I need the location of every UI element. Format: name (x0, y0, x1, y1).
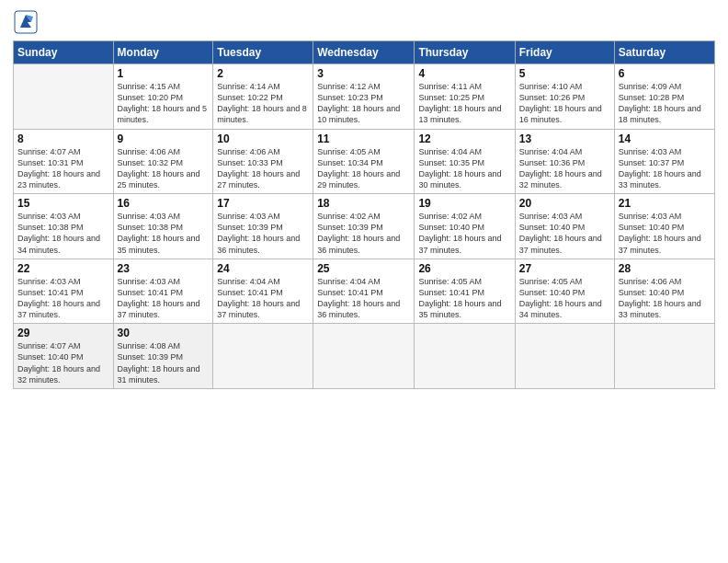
day-number: 11 (317, 132, 410, 145)
day-number: 21 (619, 197, 711, 210)
day-number: 5 (519, 67, 610, 80)
day-number: 19 (418, 197, 510, 210)
day-number: 10 (217, 132, 309, 145)
calendar-cell (213, 324, 313, 389)
day-info: Sunrise: 4:03 AMSunset: 10:39 PMDaylight… (217, 211, 309, 256)
week-row-2: 8Sunrise: 4:07 AMSunset: 10:31 PMDayligh… (14, 129, 715, 194)
day-info: Sunrise: 4:09 AMSunset: 10:28 PMDaylight… (619, 81, 711, 126)
day-info: Sunrise: 4:03 AMSunset: 10:40 PMDaylight… (619, 211, 711, 256)
day-number: 17 (217, 197, 309, 210)
calendar-cell (313, 324, 415, 389)
day-info: Sunrise: 4:03 AMSunset: 10:38 PMDaylight… (118, 211, 210, 256)
col-header-wednesday: Wednesday (313, 41, 415, 64)
day-info: Sunrise: 4:04 AMSunset: 10:41 PMDaylight… (217, 276, 309, 321)
week-row-4: 22Sunrise: 4:03 AMSunset: 10:41 PMDaylig… (14, 259, 715, 324)
day-info: Sunrise: 4:06 AMSunset: 10:32 PMDaylight… (118, 146, 210, 191)
day-info: Sunrise: 4:14 AMSunset: 10:22 PMDaylight… (217, 81, 309, 126)
day-info: Sunrise: 4:07 AMSunset: 10:31 PMDaylight… (17, 146, 109, 191)
calendar-cell: 10Sunrise: 4:06 AMSunset: 10:33 PMDaylig… (213, 129, 313, 194)
col-header-thursday: Thursday (415, 41, 515, 64)
day-number: 25 (317, 262, 410, 275)
calendar-cell (614, 324, 714, 389)
calendar-cell: 5Sunrise: 4:10 AMSunset: 10:26 PMDayligh… (515, 64, 614, 130)
calendar-cell: 22Sunrise: 4:03 AMSunset: 10:41 PMDaylig… (14, 259, 114, 324)
day-number: 15 (17, 197, 109, 210)
day-info: Sunrise: 4:07 AMSunset: 10:40 PMDaylight… (17, 340, 109, 385)
day-number: 13 (519, 132, 610, 145)
week-row-1: 1Sunrise: 4:15 AMSunset: 10:20 PMDayligh… (14, 64, 715, 130)
day-number: 6 (619, 67, 711, 80)
day-info: Sunrise: 4:05 AMSunset: 10:40 PMDaylight… (519, 276, 610, 321)
day-number: 9 (118, 132, 210, 145)
day-info: Sunrise: 4:03 AMSunset: 10:41 PMDaylight… (118, 276, 210, 321)
day-info: Sunrise: 4:11 AMSunset: 10:25 PMDaylight… (418, 81, 510, 126)
day-number: 26 (418, 262, 510, 275)
day-info: Sunrise: 4:03 AMSunset: 10:41 PMDaylight… (17, 276, 109, 321)
day-number: 28 (619, 262, 711, 275)
day-number: 22 (17, 262, 109, 275)
calendar-cell: 20Sunrise: 4:03 AMSunset: 10:40 PMDaylig… (515, 194, 614, 259)
day-info: Sunrise: 4:02 AMSunset: 10:39 PMDaylight… (317, 211, 410, 256)
calendar-header-row: SundayMondayTuesdayWednesdayThursdayFrid… (14, 41, 715, 64)
col-header-tuesday: Tuesday (213, 41, 313, 64)
calendar-cell: 16Sunrise: 4:03 AMSunset: 10:38 PMDaylig… (113, 194, 213, 259)
page: SundayMondayTuesdayWednesdayThursdayFrid… (0, 0, 728, 563)
calendar-cell: 27Sunrise: 4:05 AMSunset: 10:40 PMDaylig… (515, 259, 614, 324)
day-info: Sunrise: 4:04 AMSunset: 10:35 PMDaylight… (418, 146, 510, 191)
calendar-cell: 2Sunrise: 4:14 AMSunset: 10:22 PMDayligh… (213, 64, 313, 130)
calendar-cell: 11Sunrise: 4:05 AMSunset: 10:34 PMDaylig… (313, 129, 415, 194)
calendar-cell: 24Sunrise: 4:04 AMSunset: 10:41 PMDaylig… (213, 259, 313, 324)
day-number: 29 (17, 327, 109, 339)
col-header-sunday: Sunday (14, 41, 114, 64)
logo-icon (13, 9, 39, 35)
calendar-cell: 28Sunrise: 4:06 AMSunset: 10:40 PMDaylig… (614, 259, 714, 324)
logo (13, 9, 42, 35)
calendar-cell: 17Sunrise: 4:03 AMSunset: 10:39 PMDaylig… (213, 194, 313, 259)
calendar-cell: 13Sunrise: 4:04 AMSunset: 10:36 PMDaylig… (515, 129, 614, 194)
day-info: Sunrise: 4:12 AMSunset: 10:23 PMDaylight… (317, 81, 410, 126)
day-info: Sunrise: 4:03 AMSunset: 10:38 PMDaylight… (17, 211, 109, 256)
week-row-5: 29Sunrise: 4:07 AMSunset: 10:40 PMDaylig… (14, 324, 715, 389)
day-number: 20 (519, 197, 610, 210)
day-info: Sunrise: 4:08 AMSunset: 10:39 PMDaylight… (118, 340, 210, 385)
calendar-cell: 30Sunrise: 4:08 AMSunset: 10:39 PMDaylig… (113, 324, 213, 389)
calendar-cell: 23Sunrise: 4:03 AMSunset: 10:41 PMDaylig… (113, 259, 213, 324)
day-number: 8 (17, 132, 109, 145)
calendar-cell: 14Sunrise: 4:03 AMSunset: 10:37 PMDaylig… (614, 129, 714, 194)
day-number: 1 (118, 67, 210, 80)
day-info: Sunrise: 4:04 AMSunset: 10:36 PMDaylight… (519, 146, 610, 191)
calendar-cell: 12Sunrise: 4:04 AMSunset: 10:35 PMDaylig… (415, 129, 515, 194)
calendar-cell: 8Sunrise: 4:07 AMSunset: 10:31 PMDayligh… (14, 129, 114, 194)
day-number: 2 (217, 67, 309, 80)
calendar-cell: 21Sunrise: 4:03 AMSunset: 10:40 PMDaylig… (614, 194, 714, 259)
day-info: Sunrise: 4:05 AMSunset: 10:41 PMDaylight… (418, 276, 510, 321)
day-number: 30 (118, 327, 210, 339)
day-info: Sunrise: 4:03 AMSunset: 10:40 PMDaylight… (519, 211, 610, 256)
day-number: 14 (619, 132, 711, 145)
day-number: 18 (317, 197, 410, 210)
day-number: 12 (418, 132, 510, 145)
day-info: Sunrise: 4:06 AMSunset: 10:40 PMDaylight… (619, 276, 711, 321)
day-number: 3 (317, 67, 410, 80)
day-info: Sunrise: 4:03 AMSunset: 10:37 PMDaylight… (619, 146, 711, 191)
calendar-cell: 4Sunrise: 4:11 AMSunset: 10:25 PMDayligh… (415, 64, 515, 130)
day-number: 23 (118, 262, 210, 275)
calendar-cell: 3Sunrise: 4:12 AMSunset: 10:23 PMDayligh… (313, 64, 415, 130)
header (13, 9, 715, 35)
calendar-cell: 19Sunrise: 4:02 AMSunset: 10:40 PMDaylig… (415, 194, 515, 259)
calendar-cell: 25Sunrise: 4:04 AMSunset: 10:41 PMDaylig… (313, 259, 415, 324)
week-row-3: 15Sunrise: 4:03 AMSunset: 10:38 PMDaylig… (14, 194, 715, 259)
day-number: 24 (217, 262, 309, 275)
col-header-monday: Monday (113, 41, 213, 64)
day-number: 27 (519, 262, 610, 275)
col-header-saturday: Saturday (614, 41, 714, 64)
day-info: Sunrise: 4:05 AMSunset: 10:34 PMDaylight… (317, 146, 410, 191)
day-info: Sunrise: 4:15 AMSunset: 10:20 PMDaylight… (118, 81, 210, 126)
calendar-cell (515, 324, 614, 389)
calendar-table: SundayMondayTuesdayWednesdayThursdayFrid… (13, 40, 715, 389)
day-number: 16 (118, 197, 210, 210)
day-info: Sunrise: 4:02 AMSunset: 10:40 PMDaylight… (418, 211, 510, 256)
day-info: Sunrise: 4:10 AMSunset: 10:26 PMDaylight… (519, 81, 610, 126)
calendar-cell: 9Sunrise: 4:06 AMSunset: 10:32 PMDayligh… (113, 129, 213, 194)
calendar-cell (14, 64, 114, 130)
